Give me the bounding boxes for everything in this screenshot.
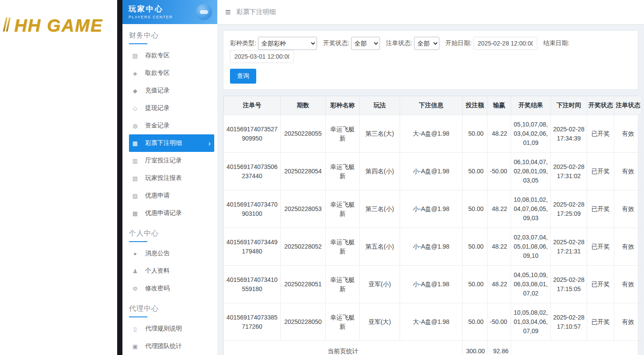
sidebar-item-label: 优惠申请: [145, 192, 170, 200]
sidebar-item-promo-apply[interactable]: ▨优惠申请: [129, 187, 214, 204]
sidebar-item-withdrawal-records[interactable]: ◇提现记录: [129, 99, 214, 117]
cell-bet-info: 小-A盘@1.98: [400, 153, 463, 190]
withdrawal-record-icon: ◇: [132, 105, 139, 112]
col-header-bet-info: 下注信息: [400, 96, 463, 115]
table-header-row: 注单号期数彩种名称玩法下注信息投注额输赢开奖结果下注时间开奖状态注单状态: [224, 96, 642, 115]
col-header-period: 期数: [281, 96, 326, 115]
cell-draw-status: 已开奖: [587, 266, 614, 303]
content: 彩种类型: 全部彩种 开奖状态: 全部 注单状态: 全部 开始日期: 结束日期:…: [217, 25, 644, 355]
cell-bet-amount: 50.00: [463, 153, 487, 190]
section-title-finance-center: 财务中心: [129, 31, 211, 44]
deposit-icon: ▤: [132, 53, 139, 59]
sidebar-item-deposit-zone[interactable]: ▤存款专区: [129, 47, 214, 64]
cell-draw-result: 04,05,10,09,06,03,08,01,07,02: [511, 266, 551, 303]
person-icon: ♟: [132, 268, 139, 274]
start-date-input[interactable]: [473, 37, 537, 50]
sidebar-item-lottery-bet-details[interactable]: ▦彩票下注明细›: [129, 134, 214, 152]
summary-row: 当前页统计300.0092.86: [224, 341, 642, 355]
sidebar-item-label: 消息公告: [145, 250, 170, 257]
cell-draw-result: 05,10,07,08,03,04,02,06,01,09: [511, 115, 551, 153]
cell-draw-result: 10,05,08,02,01,03,04,06,07,09: [511, 303, 551, 341]
col-header-draw-status: 开奖状态: [587, 96, 614, 115]
sidebar-item-agent-team-stats[interactable]: ▣代理团队统计: [129, 337, 214, 355]
cell-bet-time: 2025-02-28 17:31:02: [551, 153, 587, 190]
sidebar-item-agent-rules[interactable]: ▯代理规则说明: [129, 320, 214, 337]
sidebar-item-recharge-records[interactable]: ◆充值记录: [129, 82, 214, 99]
col-header-lottery-name: 彩种名称: [326, 96, 360, 115]
sidebar-item-label: 取款专区: [145, 69, 170, 77]
filter-panel: 彩种类型: 全部彩种 开奖状态: 全部 注单状态: 全部 开始日期: 结束日期:…: [223, 30, 638, 90]
sidebar-item-hall-bet-records[interactable]: ▥厅室投注记录: [129, 152, 214, 169]
section-title-personal-center: 个人中心: [129, 229, 211, 242]
cell-lottery-name: 幸运飞艇新: [326, 228, 360, 266]
cell-win-loss: 48.22: [487, 228, 511, 266]
hamburger-icon[interactable]: ≡: [225, 7, 231, 17]
cell-bet-amount: 50.00: [463, 115, 487, 153]
cell-lottery-name: 幸运飞艇新: [326, 115, 360, 153]
cell-order-no: 401569174073506237440: [224, 153, 281, 190]
sidebar-item-message-announcements[interactable]: ●消息公告: [129, 245, 214, 262]
sidebar-item-label: 彩票下注明细: [145, 139, 182, 147]
lottery-type-select[interactable]: 全部彩种: [258, 37, 317, 50]
sidebar: 玩家中心 PLAYERS CENTER 财务中心▤存款专区◈取款专区◆充值记录◇…: [122, 0, 217, 355]
sidebar-item-label: 代理团队统计: [145, 342, 182, 350]
cell-draw-status: 已开奖: [587, 303, 614, 341]
cell-win-loss: -50.00: [487, 303, 511, 341]
lottery-bet-detail-icon: ▦: [132, 140, 139, 147]
hall-bet-record-icon: ▥: [132, 158, 139, 164]
withdraw-icon: ◈: [132, 70, 139, 77]
logo: HH GAME: [4, 16, 117, 35]
table-row: 40156917407338571726020250228050幸运飞艇新亚军(…: [224, 303, 642, 341]
cell-lottery-name: 幸运飞艇新: [326, 153, 360, 190]
logo-text: HH GAME: [14, 16, 103, 35]
cell-play-type: 亚军(大): [360, 303, 400, 341]
sidebar-item-label: 厅室投注记录: [145, 157, 182, 165]
table-head: 注单号期数彩种名称玩法下注信息投注额输赢开奖结果下注时间开奖状态注单状态: [224, 96, 642, 115]
bell-icon: ●: [132, 250, 139, 257]
summary-empty: [511, 341, 642, 355]
sidebar-item-funds-records[interactable]: ◍资金记录: [129, 117, 214, 134]
order-status-label: 注单状态:: [386, 39, 412, 47]
cell-order-no: 401569174073527909950: [224, 115, 281, 153]
table-row: 40156917407347090310020250228053幸运飞艇新第三名…: [224, 190, 642, 228]
sidebar-item-label: 玩家投注报表: [145, 174, 182, 182]
cell-order-no: 401569174073449179480: [224, 228, 281, 266]
sidebar-item-change-password[interactable]: ⚙修改密码: [129, 280, 214, 297]
table-row: 40156917407352790995020250228055幸运飞艇新第三名…: [224, 115, 642, 153]
cell-bet-info: 小-A盘@1.98: [400, 228, 463, 266]
table-row: 40156917407344917948020250228052幸运飞艇新第五名…: [224, 228, 642, 266]
cell-period: 20250228052: [281, 228, 326, 266]
cell-bet-info: 大-A盘@1.98: [400, 303, 463, 341]
cell-win-loss: -50.00: [487, 153, 511, 190]
cell-order-status: 有效: [614, 153, 642, 190]
order-status-select[interactable]: 全部: [414, 37, 439, 50]
sidebar-item-label: 充值记录: [145, 87, 170, 95]
cell-period: 20250228051: [281, 266, 326, 303]
cell-lottery-name: 幸运飞艇新: [326, 266, 360, 303]
sidebar-item-label: 优惠申请记录: [145, 209, 182, 217]
sidebar-item-personal-profile[interactable]: ♟个人资料: [129, 262, 214, 280]
sidebar-item-promo-apply-records[interactable]: ▩优惠申请记录: [129, 204, 214, 222]
col-header-bet-time: 下注时间: [551, 96, 587, 115]
start-date-label: 开始日期:: [446, 39, 472, 47]
sidebar-item-label: 修改密码: [145, 285, 170, 292]
cell-bet-amount: 50.00: [463, 190, 487, 228]
filter-row: 彩种类型: 全部彩种 开奖状态: 全部 注单状态: 全部 开始日期: 结束日期:: [230, 37, 631, 63]
cell-play-type: 亚军(小): [360, 266, 400, 303]
draw-status-select[interactable]: 全部: [351, 37, 380, 50]
promo-apply-icon: ▨: [132, 193, 139, 199]
sidebar-item-label: 个人资料: [145, 267, 170, 275]
cell-order-no: 401569174073470903100: [224, 190, 281, 228]
end-date-input[interactable]: [230, 50, 294, 63]
cell-period: 20250228053: [281, 190, 326, 228]
cell-draw-result: 02,03,07,04,05,01,08,06,09,10: [511, 228, 551, 266]
cell-win-loss: 48.22: [487, 266, 511, 303]
sidebar-item-player-bet-report[interactable]: ▧玩家投注报表: [129, 169, 214, 187]
sidebar-item-withdraw-zone[interactable]: ◈取款专区: [129, 64, 214, 82]
cell-draw-status: 已开奖: [587, 115, 614, 153]
cell-draw-status: 已开奖: [587, 228, 614, 266]
topbar: ≡ 彩票下注明细: [217, 0, 644, 25]
gear-icon: ⚙: [132, 285, 139, 292]
query-button[interactable]: 查询: [230, 69, 256, 84]
end-date-label: 结束日期:: [543, 39, 570, 47]
